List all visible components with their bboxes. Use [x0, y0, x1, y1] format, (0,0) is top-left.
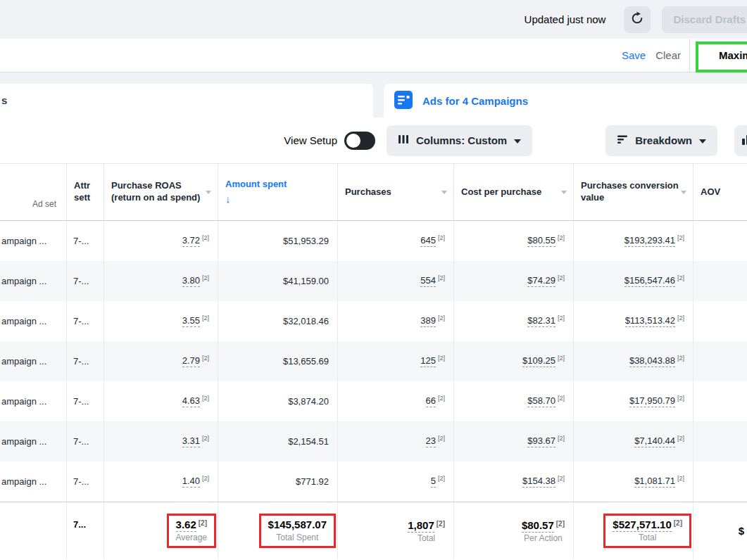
column-header-purchases-conversion-value[interactable]: Purchases conversion value [574, 164, 693, 220]
cell-purchases[interactable]: 23[2] [338, 421, 454, 462]
table-totals-row: 7... 3.62[2] Average $145,587.07 Total S… [0, 502, 747, 559]
cell-purchase-roas[interactable]: 2.79[2] [104, 341, 218, 381]
cell-cost-per-purchase[interactable]: $74.29[2] [454, 261, 574, 301]
tab-ads[interactable]: Ads for 4 Campaigns [384, 84, 747, 117]
save-button[interactable]: Save [622, 49, 646, 61]
cell-purchases[interactable]: 554[2] [338, 261, 454, 301]
cell-amount-spent: $13,655.69 [218, 341, 338, 381]
column-header-label: Ad set [32, 199, 56, 210]
cell-aov [693, 261, 747, 301]
cell-campaign-name[interactable]: ampaign ... [0, 421, 67, 462]
reference-note: [2] [677, 475, 684, 482]
cell-attribution-setting: 7-... [67, 421, 104, 462]
cell-purchases-conversion-value[interactable]: $17,950.79[2] [574, 381, 693, 421]
reference-note: [2] [202, 234, 209, 241]
column-header-label: Amount spent [225, 179, 287, 191]
totals-cost-per-purchase-cell: $80.57[2] Per Action [454, 502, 574, 559]
cell-cost-per-purchase[interactable]: $109.25[2] [454, 341, 574, 381]
cell-cost-per-purchase[interactable]: $80.55[2] [454, 221, 574, 261]
reference-note: [2] [558, 274, 565, 281]
reference-note: [2] [199, 519, 207, 527]
table-header-row: Ad set Attr sett Purchase ROAS (return o… [0, 163, 747, 221]
cell-purchase-roas[interactable]: 3.31[2] [104, 421, 218, 462]
table-row[interactable]: ampaign ... 7-... 3.80[2] $41,159.00 554… [0, 261, 747, 301]
cell-purchases[interactable]: 66[2] [338, 381, 454, 421]
toggle-knob [346, 134, 360, 148]
column-header-cost-per-purchase[interactable]: Cost per purchase [454, 164, 574, 220]
column-header-label: Purchases conversion value [581, 180, 683, 204]
cell-attribution-setting: 7-... [67, 261, 104, 301]
cell-purchases-conversion-value[interactable]: $1,081.71[2] [574, 462, 693, 502]
reference-note: [2] [202, 355, 209, 362]
column-header-aov[interactable]: AOV [693, 164, 747, 220]
cell-purchases[interactable]: 5[2] [338, 462, 454, 502]
table-toolbar: View Setup Columns: Custom Breakdown [0, 117, 747, 163]
cell-purchases[interactable]: 645[2] [338, 221, 454, 261]
cell-purchases-conversion-value[interactable]: $193,293.41[2] [574, 221, 693, 261]
cell-amount-spent: $41,159.00 [218, 261, 338, 301]
column-header-purchases[interactable]: Purchases [338, 164, 454, 220]
red-highlight-box: 3.62[2] Average [167, 514, 216, 548]
cell-cost-per-purchase[interactable]: $93.67[2] [454, 421, 574, 462]
cell-campaign-name[interactable]: ampaign ... [0, 221, 67, 261]
cell-cost-per-purchase[interactable]: $82.31[2] [454, 301, 574, 341]
cell-amount-spent: $51,953.29 [218, 221, 338, 261]
cell-purchase-roas[interactable]: 3.55[2] [104, 301, 218, 341]
cell-campaign-name[interactable]: ampaign ... [0, 462, 67, 502]
view-setup-label: View Setup [284, 134, 337, 146]
cell-campaign-name[interactable]: ampaign ... [0, 341, 67, 381]
totals-purchases-conversion-value-cell: $527,571.10[2] Total [574, 502, 693, 559]
maximize-label: Maxim [719, 49, 747, 61]
cell-campaign-name[interactable]: ampaign ... [0, 301, 67, 341]
top-bar: Updated just now Discard Drafts [0, 0, 747, 39]
cell-cost-per-purchase[interactable]: $58.70[2] [454, 381, 574, 421]
reference-note: [2] [438, 475, 445, 482]
table-row[interactable]: ampaign ... 7-... 3.31[2] $2,154.51 23[2… [0, 421, 747, 462]
cell-purchases-conversion-value[interactable]: $38,043.88[2] [574, 341, 693, 381]
clear-button[interactable]: Clear [655, 49, 681, 61]
table-row[interactable]: ampaign ... 7-... 1.40[2] $771.92 5[2] $… [0, 462, 747, 502]
columns-button[interactable]: Columns: Custom [387, 125, 532, 156]
reference-note: [2] [556, 520, 565, 528]
updated-status: Updated just now [525, 13, 606, 25]
column-header-label: Purchases [345, 186, 391, 198]
columns-button-label: Columns: Custom [416, 134, 507, 146]
cell-cost-per-purchase[interactable]: $154.38[2] [454, 462, 574, 502]
reports-button-partial[interactable] [734, 125, 747, 156]
cell-purchase-roas[interactable]: 4.63[2] [104, 381, 218, 421]
table-row[interactable]: ampaign ... 7-... 3.55[2] $32,018.46 389… [0, 301, 747, 341]
table-row[interactable]: ampaign ... 7-... 4.63[2] $3,874.20 66[2… [0, 381, 747, 421]
cell-purchases-conversion-value[interactable]: $7,140.44[2] [574, 421, 693, 462]
table-row[interactable]: ampaign ... 7-... 2.79[2] $13,655.69 125… [0, 341, 747, 381]
cell-purchase-roas[interactable]: 3.80[2] [104, 261, 218, 301]
reference-note: [2] [202, 475, 209, 482]
cell-campaign-name[interactable]: ampaign ... [0, 261, 67, 301]
cell-purchase-roas[interactable]: 1.40[2] [104, 462, 218, 502]
reference-note: [2] [558, 355, 565, 362]
cell-purchase-roas[interactable]: 3.72[2] [104, 221, 218, 261]
refresh-button[interactable] [624, 6, 651, 33]
reference-note: [2] [202, 435, 209, 442]
column-header-ad-set[interactable]: Ad set [0, 164, 67, 220]
column-header-amount-spent[interactable]: Amount spent ↓ [218, 164, 338, 220]
column-header-attribution-setting[interactable]: Attr sett [67, 164, 104, 220]
totals-label: Total Spent [268, 533, 327, 542]
maximize-button[interactable]: Maxim [689, 39, 747, 72]
totals-amount-spent-cell: $145,587.07 Total Spent [218, 502, 338, 559]
table-row[interactable]: ampaign ... 7-... 3.72[2] $51,953.29 645… [0, 221, 747, 261]
tab-adsets-partial-label: s [1, 94, 7, 106]
column-header-label: Purchase ROAS (return on ad spend) [111, 180, 208, 204]
view-setup-toggle[interactable] [344, 132, 375, 150]
breakdown-button[interactable]: Breakdown [605, 125, 717, 156]
cell-amount-spent: $2,154.51 [218, 421, 338, 462]
cell-purchases-conversion-value[interactable]: $113,513.42[2] [574, 301, 693, 341]
column-header-purchase-roas[interactable]: Purchase ROAS (return on ad spend) [104, 164, 218, 220]
discard-drafts-button[interactable]: Discard Drafts [662, 6, 747, 33]
tab-adsets-partial[interactable]: s [0, 84, 373, 117]
reference-note: [2] [202, 274, 209, 281]
cell-purchases[interactable]: 389[2] [338, 301, 454, 341]
cell-purchases[interactable]: 125[2] [338, 341, 454, 381]
cell-campaign-name[interactable]: ampaign ... [0, 381, 67, 421]
cell-purchases-conversion-value[interactable]: $156,547.46[2] [574, 261, 693, 301]
reference-note: [2] [438, 435, 445, 442]
